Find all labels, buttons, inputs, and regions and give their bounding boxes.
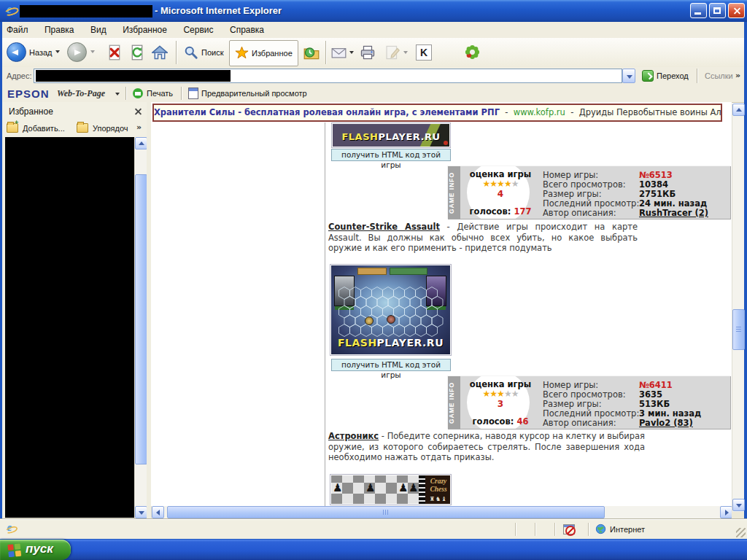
popup-blocked-icon[interactable]	[563, 524, 575, 534]
menu-view[interactable]: Вид	[84, 22, 113, 35]
standard-toolbar: Назад Поиск Избранное	[0, 38, 747, 68]
home-button[interactable]	[152, 44, 168, 61]
epson-preview-label[interactable]: Предварительный просмотр	[201, 89, 307, 98]
game2-title-link[interactable]: Астроникс	[328, 431, 379, 441]
content-h-scrollbar[interactable]	[151, 506, 732, 518]
epson-product-label[interactable]: Web-To-Page	[57, 88, 105, 99]
author-link[interactable]: RushTracer (2)	[639, 208, 708, 218]
icq-toolbar-button[interactable]	[465, 44, 480, 60]
rating-value: 4	[465, 189, 535, 199]
scroll-down-button[interactable]	[732, 499, 745, 511]
titlebar: - Microsoft Internet Explorer	[0, 0, 747, 22]
edit-button[interactable]	[384, 44, 400, 61]
menu-edit[interactable]: Правка	[38, 22, 81, 35]
mail-button[interactable]	[331, 45, 347, 61]
close-icon	[732, 7, 740, 15]
game-info-panel-1: GAME INFO оценка игры ★★★★★ 4 голосов: 1…	[447, 166, 730, 219]
favorites-close-button[interactable]	[132, 106, 143, 117]
address-dropdown-button[interactable]	[622, 69, 635, 83]
history-button[interactable]	[303, 44, 320, 61]
info-row: Всего просмотров:3635	[543, 389, 727, 399]
epson-dropdown-icon[interactable]	[115, 93, 120, 96]
game1-title-link[interactable]: Counter-Strike Assault	[328, 222, 440, 232]
favorites-chevron-icon[interactable]: »	[136, 122, 142, 132]
film-strip	[419, 475, 425, 504]
favorites-add-button[interactable]: + Добавить...	[7, 121, 72, 136]
scroll-left-button[interactable]	[152, 506, 164, 518]
resize-grip[interactable]	[736, 528, 746, 537]
scrollbar-thumb[interactable]	[167, 506, 605, 518]
screen: - Microsoft Internet Explorer Файл Правк…	[0, 0, 747, 560]
minimize-button[interactable]	[690, 3, 707, 18]
scroll-up-button[interactable]	[732, 104, 745, 116]
forward-dropdown-icon[interactable]	[90, 50, 95, 53]
mail-dropdown-icon[interactable]	[349, 51, 354, 54]
info-row: Всего просмотров:10384	[543, 179, 727, 189]
scene-button-green	[390, 268, 427, 275]
votes: голосов: 46	[458, 416, 543, 427]
game2-screenshot[interactable]: FLASHPLAYER.RU	[330, 264, 452, 356]
close-button[interactable]	[728, 3, 745, 18]
search-label[interactable]: Поиск	[201, 48, 223, 57]
add-label: Добавить...	[23, 124, 65, 133]
banner-title[interactable]: Хранители Силы - бесплатная ролевая онла…	[154, 107, 500, 117]
kaspersky-toolbar-button[interactable]	[416, 44, 432, 61]
scene-button-orange	[357, 268, 387, 275]
page-content: Хранители Силы - бесплатная ролевая онла…	[151, 102, 732, 519]
back-dropdown-icon[interactable]	[55, 50, 60, 53]
favorites-button[interactable]: Избранное	[229, 40, 298, 66]
info-row: Автор описания:Pavlo2 (83)	[543, 418, 727, 427]
menu-tools[interactable]: Сервис	[177, 22, 220, 35]
maximize-button[interactable]	[709, 3, 726, 18]
get-html-button-1[interactable]: получить HTML код этой игры	[331, 149, 451, 161]
banner-url-link[interactable]: www.kofp.ru	[514, 107, 565, 117]
menu-file[interactable]: Файл	[0, 22, 35, 35]
rating-header: оценка игры	[465, 169, 535, 179]
info-row: Размер игры:2751КБ	[543, 189, 727, 198]
rating-stars[interactable]: ★★★★★	[465, 179, 535, 189]
go-icon[interactable]	[642, 70, 654, 82]
content-v-scrollbar[interactable]	[732, 104, 744, 512]
favorites-panel-title: Избранное	[9, 106, 53, 117]
scrollbar-corner	[732, 512, 744, 519]
crazy-chess-logo: CrazyChess ♜♞♝	[425, 475, 450, 504]
favorites-label: Избранное	[252, 49, 293, 58]
chess-pawn-icon	[365, 481, 375, 494]
links-label[interactable]: Ссылки	[705, 71, 733, 80]
go-label[interactable]: Переход	[657, 71, 689, 80]
scene-unit-2	[387, 315, 395, 324]
scroll-down-button[interactable]	[135, 506, 147, 518]
refresh-button[interactable]	[129, 44, 145, 61]
menu-favorites[interactable]: Избранное	[116, 22, 174, 35]
get-html-button-2[interactable]: получить HTML код этой игры	[331, 359, 451, 371]
rating-stars[interactable]: ★★★★★	[465, 389, 535, 399]
scroll-up-button[interactable]	[135, 137, 147, 149]
favorites-scrollbar[interactable]	[134, 137, 147, 518]
search-icon[interactable]	[184, 45, 198, 60]
edit-dropdown-icon[interactable]	[403, 51, 408, 54]
toolbar-separator	[176, 41, 177, 64]
chess-pawn-icon	[398, 481, 408, 494]
rating-value: 3	[465, 399, 535, 409]
scrollbar-thumb[interactable]	[135, 174, 147, 464]
scroll-right-button[interactable]	[720, 506, 732, 518]
address-input[interactable]	[34, 69, 622, 83]
stop-button[interactable]	[107, 44, 123, 61]
chess-pawn-icon	[333, 481, 342, 494]
favorites-organize-button[interactable]: Упорядоч	[77, 121, 135, 136]
menu-help[interactable]: Справка	[223, 22, 271, 35]
back-button[interactable]	[7, 42, 26, 62]
author-link[interactable]: Pavlo2 (83)	[639, 418, 693, 428]
organize-folder-icon	[77, 123, 88, 133]
back-label[interactable]: Назад	[29, 48, 53, 57]
game1-screenshot[interactable]: FLASHPLAYER.RU	[331, 122, 451, 148]
scrollbar-thumb[interactable]	[732, 309, 745, 350]
epson-print-label[interactable]: Печать	[147, 89, 173, 98]
ad-banner[interactable]: Хранители Силы - бесплатная ролевая онла…	[152, 104, 722, 122]
game3-screenshot[interactable]: CrazyChess ♜♞♝	[330, 474, 452, 505]
info-row: Номер игры:№6411	[543, 380, 727, 389]
print-button[interactable]	[360, 44, 376, 61]
forward-button[interactable]	[67, 42, 87, 62]
links-chevron-icon[interactable]: »	[735, 71, 740, 80]
start-button[interactable]: пуск	[0, 540, 71, 560]
